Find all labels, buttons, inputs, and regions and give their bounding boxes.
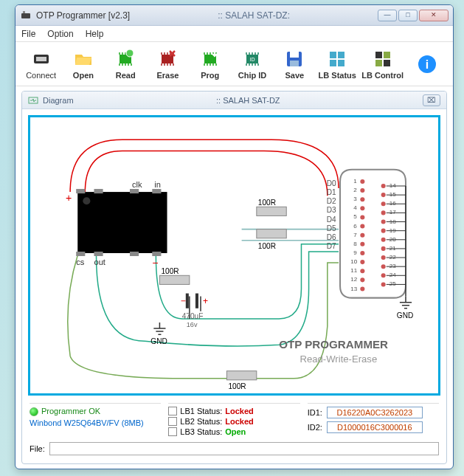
maximize-button[interactable]: □ [398,10,418,21]
menu-option[interactable]: Option [47,29,73,39]
lbcontrol-button[interactable]: LB Control [361,49,404,80]
svg-rect-6 [162,55,173,63]
svg-text:16v: 16v [187,321,198,328]
lb1-checkbox[interactable] [168,407,177,415]
lbstatus-label: LB Status [319,71,356,80]
save-button[interactable]: Save [276,49,313,80]
erase-button[interactable]: Erase [149,49,186,80]
chip-id-icon: ID [242,49,263,69]
status-led-icon [30,407,38,416]
diagram-panel: Diagram :: SALAH SAT-DZ ⌧ c [21,91,447,464]
file-row: File: [22,439,446,460]
lb2-checkbox[interactable] [168,417,177,426]
read-button[interactable]: Read [107,49,144,80]
close-button[interactable]: ✕ [419,10,449,21]
svg-rect-11 [290,52,299,58]
chip-read-icon [115,49,136,69]
svg-text:out: out [94,258,105,266]
lbcontrol-icon [373,49,393,69]
id1-value: D16220A0C3262023 [327,407,423,418]
svg-text:+: + [203,296,208,306]
titlebar: OTP Programmer [v2.3] :: SALAH SAT-DZ: —… [15,5,453,26]
lb3-label: LB3 Status: [180,427,222,436]
svg-text:−: − [152,257,158,269]
lb1-label: LB1 Status: [180,407,222,415]
svg-point-69 [360,233,364,238]
svg-point-25 [83,197,90,204]
chip-prog-icon [200,49,221,69]
svg-rect-28 [130,189,139,193]
folder-open-icon [73,49,94,69]
connect-button[interactable]: Connect [23,49,60,80]
chip-link[interactable]: Winbond W25Q64BV/FV (8MB) [30,418,144,427]
svg-rect-46 [226,371,256,380]
svg-text:D6: D6 [327,233,336,241]
open-button[interactable]: Open [65,49,102,80]
svg-rect-29 [152,189,161,193]
svg-text:11: 11 [350,267,357,274]
status-row: Programmer OK Winbond W25Q64BV/FV (8MB) … [22,401,446,439]
lb2-label: LB2 Status: [180,417,222,426]
menubar: File Option Help [15,26,453,42]
info-button[interactable]: i [409,54,446,75]
lb-status-panel: LB1 Status: Locked LB2 Status: Locked LB… [168,403,299,438]
chipid-label: Chip ID [238,71,267,80]
svg-rect-18 [384,52,390,58]
menu-help[interactable]: Help [86,29,104,39]
chipid-button[interactable]: ID Chip ID [234,49,271,80]
lb3-checkbox[interactable] [168,427,177,436]
svg-point-91 [381,210,386,215]
svg-point-100 [381,238,386,242]
svg-rect-44 [159,275,189,284]
read-label: Read [116,71,136,80]
prog-button[interactable]: Prog [192,49,229,80]
svg-point-5 [126,49,134,57]
svg-rect-27 [94,189,103,193]
diagram-close-button[interactable]: ⌧ [423,94,440,106]
save-label: Save [285,71,304,80]
svg-text:cs: cs [76,258,85,266]
file-input[interactable] [49,442,439,455]
save-icon [284,49,305,69]
svg-rect-1 [23,11,25,13]
svg-rect-24 [77,192,167,253]
prog-label: Prog [201,71,219,80]
svg-text:in: in [154,180,161,189]
svg-text:9: 9 [353,249,357,256]
svg-text:D3: D3 [327,206,336,214]
lb3-value: Open [225,427,246,436]
svg-text:D2: D2 [327,197,336,205]
svg-rect-33 [152,252,161,256]
svg-point-59 [360,188,364,193]
svg-text:1: 1 [353,178,357,184]
connect-label: Connect [26,71,56,80]
lb2-value: Locked [225,417,254,426]
svg-rect-19 [375,60,382,66]
svg-point-63 [360,206,364,210]
svg-point-79 [360,277,364,282]
id2-label: ID2: [308,423,322,432]
svg-rect-40 [257,207,286,215]
lbstatus-button[interactable]: LB Status [319,49,356,80]
svg-text:12: 12 [350,276,357,283]
toolbar: Connect Open Read Erase Prog ID Chip ID … [15,42,453,86]
menu-file[interactable]: File [21,29,35,39]
svg-point-81 [360,286,364,291]
svg-text:clk: clk [132,180,142,189]
minimize-button[interactable]: — [378,10,397,21]
open-label: Open [73,71,94,80]
svg-text:100R: 100R [258,199,276,207]
svg-rect-20 [384,60,390,66]
svg-point-77 [360,269,364,273]
erase-label: Erase [156,71,179,80]
svg-point-73 [360,251,364,255]
svg-text:D5: D5 [327,224,336,232]
svg-text:D1: D1 [327,188,336,196]
svg-text:Read-Write-Erase: Read-Write-Erase [299,353,377,365]
svg-point-67 [360,224,364,229]
circuit-diagram: clk in cs out + − 100R 100R 100R 100R −+… [28,115,440,396]
svg-rect-32 [130,252,139,256]
programmer-status-panel: Programmer OK Winbond W25Q64BV/FV (8MB) [30,403,161,427]
svg-point-85 [381,193,386,197]
svg-text:6: 6 [353,223,357,230]
